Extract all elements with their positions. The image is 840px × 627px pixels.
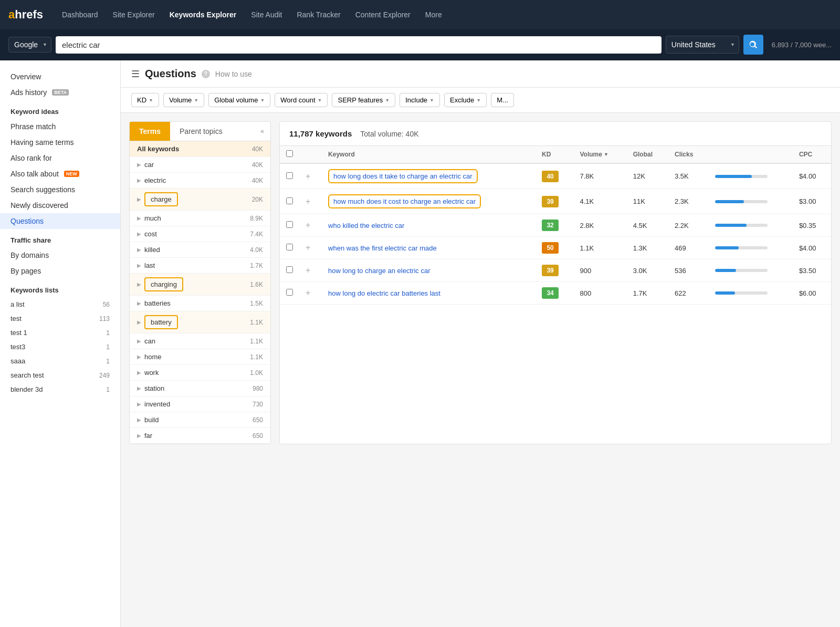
sidebar-item-also-talk-about[interactable]: Also talk about NEW [0,166,120,182]
keyword-link[interactable]: who killed the electric car [328,222,404,229]
list-item-test[interactable]: test 113 [0,311,120,326]
th-keyword[interactable]: Keyword [322,146,536,163]
expand-arrow-icon[interactable]: ▶ [137,338,141,344]
row-checkbox[interactable] [286,197,293,204]
expand-arrow-icon[interactable]: ▶ [137,196,141,202]
expand-arrow-icon[interactable]: ▶ [137,385,141,391]
keyword-link[interactable]: when was the first electric car made [328,244,437,252]
nav-site-explorer[interactable]: Site Explorer [107,6,161,23]
expand-arrow-icon[interactable]: ▶ [137,162,141,168]
expand-arrow-icon[interactable]: ▶ [137,401,141,407]
row-checkbox[interactable] [286,221,293,228]
add-keyword-button[interactable]: + [306,243,310,253]
hamburger-icon[interactable]: ☰ [131,68,140,80]
logo[interactable]: ahrefs [8,8,43,22]
search-engine-wrapper[interactable]: Google [8,37,51,53]
keyword-link[interactable]: how long does it take to charge an elect… [333,172,472,180]
sidebar-item-same-terms[interactable]: Having same terms [0,134,120,150]
select-all-checkbox[interactable] [286,150,293,157]
keyword-row[interactable]: ▶cost7.4K [130,226,270,242]
keyword-link[interactable]: how long do electric car batteries last [328,289,440,297]
nav-dashboard[interactable]: Dashboard [56,6,104,23]
filter-volume[interactable]: Volume ▼ [163,93,204,107]
sidebar-item-overview[interactable]: Overview [0,69,120,85]
row-checkbox[interactable] [286,244,293,250]
expand-arrow-icon[interactable]: ▶ [137,247,141,253]
keyword-row[interactable]: ▶car40K [130,157,270,173]
keyword-row[interactable]: ▶home1.1K [130,349,270,365]
list-item-test3[interactable]: test3 1 [0,340,120,354]
keyword-row[interactable]: All keywords40K [130,141,270,157]
expand-arrow-icon[interactable]: ▶ [137,319,141,325]
keyword-row[interactable]: ▶far650 [130,428,270,444]
country-select[interactable]: United States [666,36,739,54]
expand-arrow-icon[interactable]: ▶ [137,263,141,268]
expand-arrow-icon[interactable]: ▶ [137,433,141,438]
expand-arrow-icon[interactable]: ▶ [137,281,141,287]
keyword-row[interactable]: ▶charging1.6K [130,274,270,296]
filter-exclude[interactable]: Exclude ▼ [444,93,487,107]
keyword-row[interactable]: ▶can1.1K [130,333,270,349]
keyword-link[interactable]: how long to charge an electric car [328,267,430,275]
sidebar-item-phrase-match[interactable]: Phrase match [0,119,120,134]
expand-arrow-icon[interactable]: ▶ [137,177,141,183]
list-item-blender3d[interactable]: blender 3d 1 [0,382,120,396]
add-keyword-button[interactable]: + [306,172,310,181]
keyword-row[interactable]: ▶charge20K [130,189,270,211]
keyword-row[interactable]: ▶station980 [130,381,270,396]
keyword-row[interactable]: ▶killed4.0K [130,242,270,258]
expand-arrow-icon[interactable]: ▶ [137,417,141,423]
keyword-row[interactable]: ▶invented730 [130,396,270,412]
keyword-row[interactable]: ▶work1.0K [130,365,270,381]
filter-global-volume[interactable]: Global volume ▼ [208,93,270,107]
keyword-row[interactable]: ▶build650 [130,412,270,428]
th-kd[interactable]: KD [536,146,573,163]
search-button[interactable] [743,35,763,55]
sidebar-item-questions[interactable]: Questions [0,213,120,229]
keyword-row[interactable]: ▶battery1.1K [130,311,270,333]
tab-parent-topics[interactable]: Parent topics [170,122,232,141]
nav-more[interactable]: More [419,6,448,23]
keyword-row[interactable]: ▶much8.9K [130,211,270,226]
list-item-search-test[interactable]: search test 249 [0,368,120,382]
how-to-use-link[interactable]: How to use [215,70,252,78]
add-keyword-button[interactable]: + [306,288,310,298]
country-select-wrapper[interactable]: United States [666,36,739,54]
sidebar-item-newly-discovered[interactable]: Newly discovered [0,197,120,213]
expand-arrow-icon[interactable]: ▶ [137,215,141,221]
sidebar-item-by-domains[interactable]: By domains [0,247,120,263]
add-keyword-button[interactable]: + [306,221,310,230]
list-item-saaa[interactable]: saaa 1 [0,354,120,368]
add-keyword-button[interactable]: + [306,266,310,275]
row-checkbox[interactable] [286,172,293,179]
keyword-link[interactable]: how much does it cost to charge an elect… [333,197,476,205]
sidebar-item-by-pages[interactable]: By pages [0,263,120,279]
sidebar-item-also-rank-for[interactable]: Also rank for [0,150,120,166]
tab-terms[interactable]: Terms [130,122,170,141]
filter-kd[interactable]: KD ▼ [131,93,159,107]
search-engine-select[interactable]: Google [8,37,51,53]
keyword-row[interactable]: ▶batteries1.5K [130,296,270,311]
expand-arrow-icon[interactable]: ▶ [137,354,141,360]
th-volume[interactable]: Volume ▼ [573,146,626,163]
filter-serp-features[interactable]: SERP features ▼ [332,93,395,107]
expand-arrow-icon[interactable]: ▶ [137,370,141,375]
filter-include[interactable]: Include ▼ [400,93,440,107]
keyword-row[interactable]: ▶last1.7K [130,258,270,274]
sidebar-item-ads-history[interactable]: Ads history BETA [0,85,120,100]
expand-arrow-icon[interactable]: ▶ [137,231,141,237]
sidebar-item-search-suggestions[interactable]: Search suggestions [0,182,120,197]
row-checkbox[interactable] [286,266,293,273]
nav-keywords-explorer[interactable]: Keywords Explorer [163,6,243,23]
row-checkbox[interactable] [286,289,293,296]
list-item-a-list[interactable]: a list 56 [0,297,120,311]
nav-rank-tracker[interactable]: Rank Tracker [290,6,346,23]
keyword-row[interactable]: ▶electric40K [130,173,270,189]
filter-more[interactable]: M... [491,93,514,107]
add-keyword-button[interactable]: + [306,197,310,206]
list-item-test1[interactable]: test 1 1 [0,326,120,340]
expand-arrow-icon[interactable]: ▶ [137,300,141,306]
search-input[interactable] [56,36,662,54]
collapse-button[interactable]: « [254,123,270,139]
nav-site-audit[interactable]: Site Audit [245,6,288,23]
